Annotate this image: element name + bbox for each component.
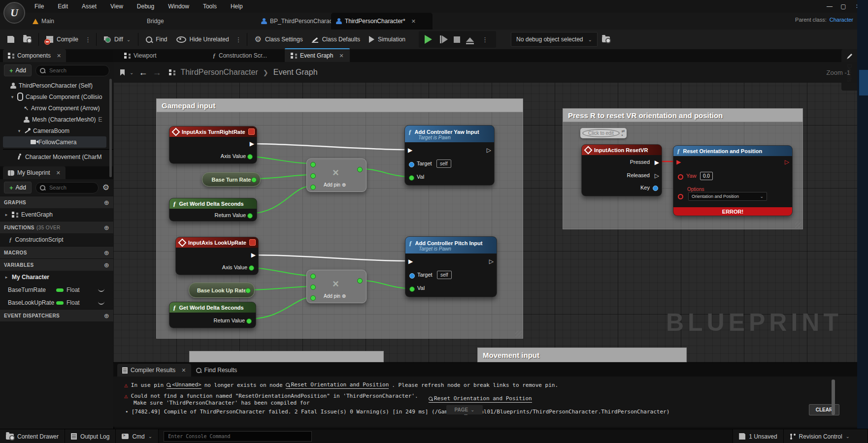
hide-unrelated-kebab[interactable]: ⋮ [234,36,244,43]
section-variables[interactable]: VARIABLES ⊕ [0,258,113,271]
tab-thirdpersoncharacter-active[interactable]: ThirdPersonCharacter* ✕ [331,13,433,30]
menu-tools[interactable]: Tools [196,0,224,13]
add-macro-icon[interactable]: ⊕ [104,249,109,256]
exec-out-pin[interactable]: ▶ [251,252,256,258]
exec-out-pin[interactable]: ▷ [489,258,494,264]
graph-canvas[interactable]: Gamepad input Press R to reset VR orient… [113,62,857,362]
node-get-world-delta-seconds[interactable]: ƒ Get World Delta Seconds Return Value [169,302,256,328]
save-button[interactable] [3,32,19,47]
console-command-input[interactable] [164,431,312,442]
eventgraph-row[interactable]: ▸ EventGraph [0,208,113,221]
tab-main[interactable]: Main [28,13,59,30]
component-row-mesh[interactable]: Mesh (CharacterMesh0) E [3,114,113,125]
target-pin[interactable] [409,162,414,167]
output-pin[interactable] [357,167,363,172]
diff-button[interactable]: Diff ⌄ [100,32,135,47]
compile-button[interactable]: Compile [42,32,83,47]
close-icon[interactable]: ✕ [56,170,61,176]
exec-in-pin[interactable]: ▶ [408,147,412,153]
node-get-world-delta-seconds[interactable]: ƒ Get World Delta Seconds Return Value [169,198,257,222]
component-row-charactermovement[interactable]: Character Movement (CharM [3,151,113,162]
browse-asset-button[interactable] [19,32,35,47]
add-graph-icon[interactable]: ⊕ [104,199,109,206]
variable-category-row[interactable]: ▸ My Character [0,271,113,284]
expander-icon[interactable]: ▾ [17,128,22,133]
components-search-input[interactable] [48,67,90,74]
page-dropdown[interactable]: PAGE ⌄ [446,405,483,414]
options-pin[interactable] [678,194,683,199]
add-variable-icon[interactable]: ⊕ [104,261,109,269]
bubble-pin-icons[interactable]: ⇄▪ [622,129,625,137]
menu-asset[interactable]: Asset [75,0,103,13]
unsaved-button[interactable]: 1 Unsaved [733,429,783,443]
section-macros[interactable]: MACROS ⊕ [0,246,113,258]
add-function-icon[interactable]: ⊕ [104,224,109,231]
node-add-controller-yaw-input[interactable]: ƒ Add Controller Yaw Input Target is Paw… [404,125,495,186]
tab-construction-script[interactable]: ƒ Construction Scr... [206,49,273,62]
exec-out-pin-error[interactable]: ▷ [785,159,789,165]
output-log-button[interactable]: Output Log [65,429,116,443]
tab-viewport[interactable]: Viewport [118,49,162,62]
node-get-base-turn-rate[interactable]: Base Turn Rate [202,172,261,187]
unreal-logo-icon[interactable]: U [3,2,25,24]
menu-edit[interactable]: Edit [51,0,75,13]
add-pin-button[interactable]: Add pin ⊕ [324,293,346,299]
options-dropdown[interactable]: Orientation and Position ⌄ [688,192,767,201]
simulation-button[interactable]: Simulation [365,32,410,47]
class-defaults-button[interactable]: Class Defaults [307,32,365,47]
add-component-button[interactable]: +Add [4,64,32,76]
breadcrumb-root[interactable]: ThirdPersonCharacter [180,68,258,77]
class-settings-button[interactable]: ⚙ Class Settings [250,32,307,47]
comment-bubble[interactable]: Click to edit ⇄▪ [580,128,627,138]
content-drawer-button[interactable]: Content Drawer [0,429,65,443]
self-value[interactable]: self [437,271,452,279]
tab-my-blueprint[interactable]: My Blueprint ✕ [3,166,66,179]
input-pin[interactable] [310,295,316,301]
value-pin[interactable] [251,177,257,183]
menu-help[interactable]: Help [224,0,250,13]
menu-window[interactable]: Window [161,0,196,13]
close-tab-icon[interactable]: ✕ [411,18,416,25]
find-button[interactable]: Find [141,32,171,47]
variable-row-baseturnrate[interactable]: BaseTurnRate Float [0,284,113,296]
menu-file[interactable]: File [28,0,51,13]
node-get-base-look-up-rate[interactable]: Base Look Up Rate [189,283,255,298]
node-inputaxis-lookuprate[interactable]: InputAxis LookUpRate ▶ Axis Value [175,237,259,275]
eject-button[interactable] [466,37,474,42]
compile-options-kebab[interactable]: ⋮ [83,36,93,43]
output-pin[interactable] [357,278,363,284]
eye-closed-icon[interactable] [98,301,104,305]
hide-unrelated-button[interactable]: Hide Unrelated [172,32,234,47]
node-inputaction-resetvr[interactable]: InputAction ResetVR Pressed ▶ Released ▷… [581,144,662,196]
menu-view[interactable]: View [103,0,130,13]
val-pin[interactable] [409,286,415,292]
debug-object-dropdown[interactable]: No debug object selected ⌄ [511,32,598,47]
components-scrollbar[interactable] [109,79,112,177]
add-pin-button[interactable]: Add pin ⊕ [324,182,346,188]
compiler-scrollbar[interactable] [832,380,835,415]
exec-in-pin-error[interactable]: ▶ [676,159,681,165]
input-pin[interactable] [310,173,316,179]
unnamed-pin-link[interactable]: <Unnamed> [167,381,201,389]
add-dispatcher-icon[interactable]: ⊕ [104,312,109,319]
parent-class-link[interactable]: Character [830,17,853,23]
released-exec-pin[interactable]: ▷ [655,173,659,179]
bookmark-chevron-icon[interactable]: ⌄ [130,70,134,75]
axis-value-pin[interactable] [249,265,254,271]
section-graphs[interactable]: GRAPHS ⊕ [0,196,113,208]
return-value-pin[interactable] [247,213,253,219]
nav-forward-icon[interactable]: → [152,67,161,78]
play-button[interactable] [425,35,432,44]
exec-in-pin[interactable]: ▶ [408,258,413,264]
yaw-pin[interactable] [678,174,683,180]
edit-link[interactable]: E [98,116,102,123]
tab-event-graph[interactable]: Event Graph ✕ [285,48,350,62]
close-icon[interactable]: ✕ [339,53,343,59]
node-multiply[interactable]: × Add pin ⊕ [306,270,367,303]
eye-closed-icon[interactable] [98,288,104,292]
val-pin[interactable] [409,175,414,181]
cmd-dropdown[interactable]: Cmd ⌄ [116,429,159,443]
variable-row-baselookuprate[interactable]: BaseLookUpRate Float [0,296,113,309]
expander-icon[interactable]: ▸ [4,212,9,217]
close-icon[interactable]: ✕ [57,53,61,59]
